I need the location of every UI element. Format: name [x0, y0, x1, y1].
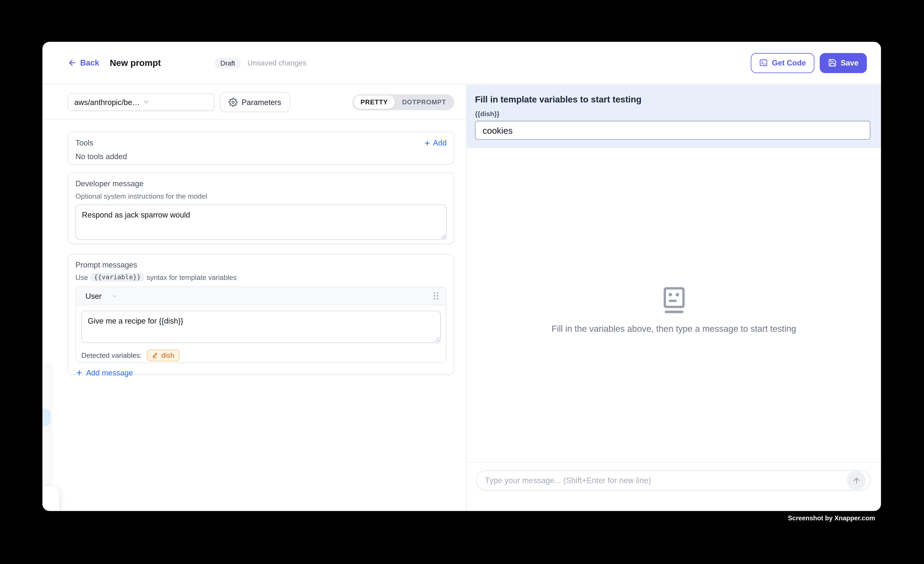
chevron-down-icon	[111, 292, 118, 300]
save-label: Save	[841, 58, 858, 67]
message-role-value: User	[86, 291, 102, 300]
toggle-dotprompt[interactable]: DOTPROMPT	[395, 95, 453, 109]
message-content-input[interactable]: Give me a recipe for {{dish}}	[81, 310, 441, 343]
parameters-button[interactable]: Parameters	[220, 92, 290, 112]
add-message-button[interactable]: Add message	[75, 368, 133, 377]
chat-input-row	[476, 470, 870, 490]
app-window: Back New prompt Draft Unsaved changes Ge…	[42, 42, 881, 511]
toggle-pretty[interactable]: PRETTY	[353, 95, 395, 109]
developer-message-subtitle: Optional system instructions for the mod…	[75, 192, 447, 200]
message-role-selector[interactable]: User	[86, 291, 118, 300]
template-syntax-hint: Use {{variable}} syntax for template var…	[75, 273, 447, 282]
gear-icon	[229, 98, 237, 106]
model-toolbar: aws/anthropic/bedrock-claude-3-5-s... Pa…	[42, 85, 466, 120]
variable-value-input[interactable]	[475, 121, 870, 140]
model-selector-value: aws/anthropic/bedrock-claude-3-5-s...	[74, 98, 142, 106]
get-code-button[interactable]: Get Code	[751, 53, 814, 73]
tester-panel: Fill in template variables to start test…	[466, 85, 881, 511]
prompt-editor-panel: aws/anthropic/bedrock-claude-3-5-s... Pa…	[42, 85, 466, 511]
developer-message-title: Developer message	[75, 179, 447, 188]
page-title: New prompt	[110, 58, 161, 68]
watermark-text: Screenshot by Xnapper.com	[788, 514, 875, 522]
status-badge: Draft	[215, 57, 240, 68]
add-tool-button[interactable]: Add	[424, 139, 447, 147]
edit-pencil-icon	[152, 352, 158, 358]
main-content: aws/anthropic/bedrock-claude-3-5-s... Pa…	[42, 85, 881, 511]
plus-icon	[424, 140, 431, 147]
send-message-button[interactable]	[847, 471, 866, 490]
tools-empty-text: No tools added	[75, 152, 447, 161]
variable-syntax-chip: {{variable}}	[91, 273, 144, 282]
detected-variables-row: Detected variables: dish	[81, 350, 441, 361]
variable-badge-label: dish	[161, 351, 174, 360]
format-toggle: PRETTY DOTPROMPT	[352, 94, 454, 110]
chat-message-input[interactable]	[476, 470, 870, 490]
sidebar-active-item-fragment	[42, 408, 51, 426]
save-button[interactable]: Save	[819, 53, 867, 73]
tools-title: Tools	[75, 139, 93, 147]
terminal-icon	[759, 58, 768, 67]
unsaved-changes-label: Unsaved changes	[248, 58, 306, 67]
prompt-messages-title: Prompt messages	[75, 261, 447, 269]
hint-suffix: syntax for template variables	[147, 273, 237, 281]
top-bar-actions: Get Code Save	[751, 53, 867, 73]
robot-face-icon	[663, 287, 684, 314]
detected-variables-label: Detected variables:	[81, 351, 142, 360]
back-button[interactable]: Back	[68, 58, 99, 67]
variable-name-label: {{dish}}	[475, 110, 870, 117]
arrow-left-icon	[68, 58, 76, 67]
popover-fragment	[42, 486, 59, 511]
variable-fill-title: Fill in template variables to start test…	[475, 94, 870, 104]
tester-empty-state: Fill in the variables above, then type a…	[466, 287, 881, 334]
drag-handle-icon[interactable]	[432, 291, 440, 301]
model-selector[interactable]: aws/anthropic/bedrock-claude-3-5-s...	[68, 93, 214, 111]
plus-icon	[75, 369, 83, 376]
developer-message-input[interactable]: Respond as jack sparrow would	[75, 204, 447, 240]
tools-card: Tools Add No tools added	[68, 132, 454, 164]
message-header: User	[76, 287, 446, 305]
prompt-messages-card: Prompt messages Use {{variable}} syntax …	[68, 254, 454, 375]
editor-cards: Tools Add No tools added Devel	[42, 120, 466, 375]
save-icon	[828, 58, 837, 67]
get-code-label: Get Code	[772, 58, 806, 67]
screenshot-stage: Back New prompt Draft Unsaved changes Ge…	[0, 0, 924, 564]
variable-badge-dish[interactable]: dish	[147, 350, 180, 361]
parameters-label: Parameters	[242, 98, 281, 106]
chevron-down-icon	[142, 98, 209, 106]
top-bar: Back New prompt Draft Unsaved changes Ge…	[42, 42, 881, 84]
message-block: User Give me a recipe for	[75, 286, 447, 363]
developer-message-card: Developer message Optional system instru…	[68, 172, 454, 244]
add-tool-label: Add	[433, 139, 447, 147]
tester-empty-text: Fill in the variables above, then type a…	[552, 324, 796, 334]
arrow-up-icon	[852, 476, 861, 484]
variable-fill-section: Fill in template variables to start test…	[466, 85, 881, 148]
hint-prefix: Use	[75, 273, 88, 281]
back-label: Back	[80, 58, 99, 67]
add-message-label: Add message	[86, 368, 133, 377]
chat-divider	[466, 462, 881, 463]
